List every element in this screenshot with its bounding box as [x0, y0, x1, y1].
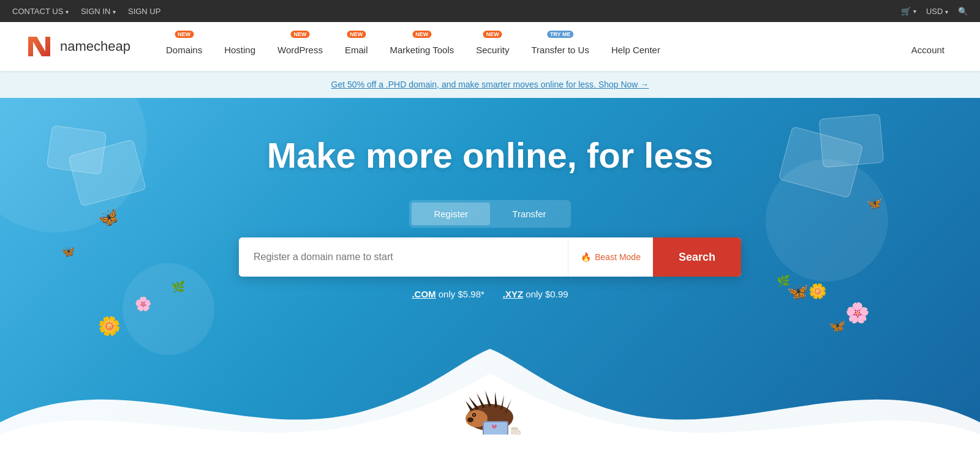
beast-mode-icon: 🔥	[581, 252, 591, 262]
nav-transfer-label: Transfer to Us	[531, 45, 589, 55]
butterfly-5: 🦋	[867, 196, 882, 211]
nav-links: NEW Domains Hosting NEW WordPress NEW Em…	[155, 22, 956, 71]
signin-chevron-icon: ▾	[113, 9, 116, 15]
nav-item-security[interactable]: NEW Security	[465, 22, 520, 71]
beast-mode-button[interactable]: 🔥 Beast Mode	[568, 237, 653, 277]
nav-domains-label: Domains	[166, 45, 202, 55]
flower-right-2: 🌼	[809, 283, 827, 300]
logo-icon	[24, 32, 54, 61]
vine-right: 🌿	[777, 274, 790, 288]
tab-register[interactable]: Register	[412, 203, 490, 225]
hedgehog-svg	[453, 373, 527, 435]
hero-content: Make more online, for less Register Tran…	[239, 98, 741, 299]
contact-chevron-icon: ▾	[66, 9, 69, 15]
nav-wordpress-label: WordPress	[277, 45, 323, 55]
email-badge: NEW	[347, 31, 366, 38]
top-bar-right: 🛒 ▾ USD ▾ 🔍	[901, 7, 968, 16]
hero-title: Make more online, for less	[239, 135, 741, 176]
nav-account-label: Account	[911, 45, 944, 55]
flower-left-2: 🌸	[135, 296, 151, 312]
currency-selector[interactable]: USD ▾	[926, 7, 948, 16]
marketing-badge: NEW	[412, 31, 431, 38]
search-tabs: Register Transfer	[409, 200, 570, 228]
xyz-tld: .XYZ	[503, 289, 523, 299]
sign-in-link[interactable]: SIGN IN ▾	[81, 7, 116, 16]
flower-right: 🌸	[845, 301, 870, 324]
cart-chevron-icon: ▾	[913, 8, 916, 15]
nav-item-transfer[interactable]: TRY ME Transfer to Us	[520, 22, 600, 71]
logo-text: namecheap	[60, 39, 130, 54]
nav-security-label: Security	[476, 45, 509, 55]
nav-item-hosting[interactable]: Hosting	[213, 22, 266, 71]
svg-point-9	[511, 427, 518, 430]
butterfly-3: 🦋	[787, 282, 809, 302]
nav-marketing-label: Marketing Tools	[390, 45, 454, 55]
svg-point-4	[473, 414, 475, 416]
beast-mode-label: Beast Mode	[595, 252, 641, 262]
nav-item-account[interactable]: Account	[900, 22, 956, 71]
hedgehog-mascot	[453, 373, 527, 435]
promo-link[interactable]: Get 50% off a .PHD domain, and make smar…	[331, 80, 649, 89]
domains-badge: NEW	[175, 31, 194, 38]
logo-link[interactable]: namecheap	[24, 32, 130, 61]
sign-up-link[interactable]: SIGN UP	[128, 7, 160, 16]
nav-email-label: Email	[345, 45, 368, 55]
flower-left: 🌼	[98, 315, 121, 337]
svg-point-2	[467, 417, 473, 422]
nav-help-label: Help Center	[611, 45, 660, 55]
cart-icon[interactable]: 🛒 ▾	[901, 7, 916, 16]
nav-item-domains[interactable]: NEW Domains	[155, 22, 213, 71]
com-tld: .COM	[412, 289, 435, 299]
security-badge: NEW	[483, 31, 502, 38]
top-bar-left: CONTACT US ▾ SIGN IN ▾ SIGN UP	[12, 7, 160, 16]
contact-us-link[interactable]: CONTACT US ▾	[12, 7, 69, 16]
promo-banner: Get 50% off a .PHD domain, and make smar…	[0, 71, 980, 98]
domain-search-input[interactable]	[239, 237, 568, 277]
search-button[interactable]: Search	[653, 237, 741, 277]
search-icon[interactable]: 🔍	[958, 7, 968, 16]
nav-item-wordpress[interactable]: NEW WordPress	[266, 22, 334, 71]
com-suggestion[interactable]: .COM only $5.98*	[412, 289, 484, 299]
currency-chevron-icon: ▾	[945, 9, 948, 15]
vine-left: 🌿	[172, 280, 185, 294]
com-price: only $5.98*	[439, 289, 484, 299]
search-bar: 🔥 Beast Mode Search	[239, 237, 741, 277]
xyz-price: only $0.99	[526, 289, 568, 299]
svg-rect-6	[484, 422, 507, 435]
nav-hosting-label: Hosting	[224, 45, 255, 55]
nav-item-help[interactable]: Help Center	[600, 22, 671, 71]
xyz-suggestion[interactable]: .XYZ only $0.99	[503, 289, 568, 299]
hero-section: 🦋 🦋 🦋 🦋 🦋 🌼 🌸 🌿 🌸 🌼 🌿 Make more online, …	[0, 98, 980, 447]
butterfly-2: 🦋	[61, 245, 75, 258]
tab-transfer[interactable]: Transfer	[490, 203, 568, 225]
wordpress-badge: NEW	[290, 31, 309, 38]
nav-item-marketing[interactable]: NEW Marketing Tools	[379, 22, 465, 71]
main-nav: namecheap NEW Domains Hosting NEW WordPr…	[0, 22, 980, 71]
top-bar: CONTACT US ▾ SIGN IN ▾ SIGN UP 🛒 ▾ USD ▾…	[0, 0, 980, 22]
nav-item-email[interactable]: NEW Email	[334, 22, 379, 71]
domain-suggestions: .COM only $5.98* .XYZ only $0.99	[239, 289, 741, 299]
transfer-badge: TRY ME	[547, 31, 574, 38]
